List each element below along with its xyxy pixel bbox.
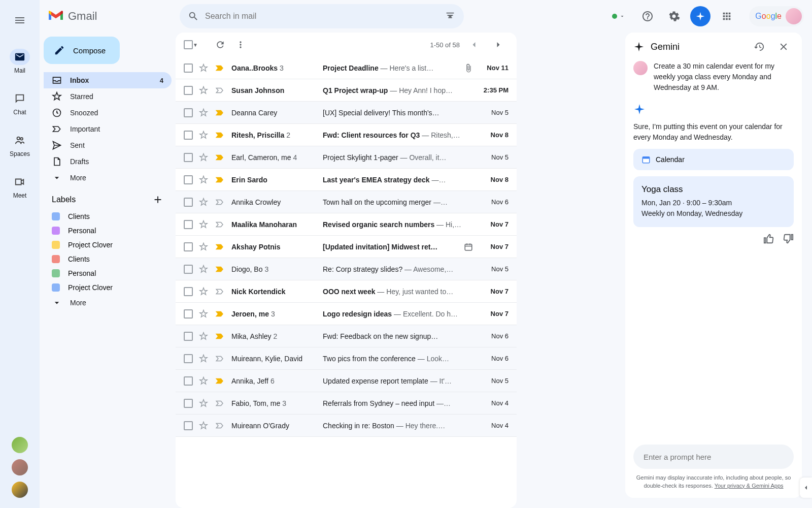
- star-button[interactable]: [199, 287, 209, 296]
- select-all-checkbox[interactable]: [184, 40, 193, 49]
- add-label-button[interactable]: [152, 194, 163, 205]
- gemini-history-button[interactable]: [749, 37, 769, 57]
- star-button[interactable]: [199, 108, 209, 117]
- row-checkbox[interactable]: [184, 64, 193, 73]
- settings-button[interactable]: [664, 6, 684, 26]
- row-checkbox[interactable]: [184, 220, 193, 229]
- email-row[interactable]: Earl, Cameron, me4 Project Skylight 1-pa…: [176, 146, 517, 169]
- email-row[interactable]: Muireann O'Grady Checking in re: Boston …: [176, 415, 517, 437]
- email-row[interactable]: Akshay Potnis [Updated invitation] Midwe…: [176, 236, 517, 258]
- important-marker[interactable]: [215, 376, 225, 386]
- thumbs-up-button[interactable]: [763, 233, 774, 244]
- nav-drafts[interactable]: Drafts: [44, 153, 172, 170]
- more-actions-button[interactable]: [230, 35, 251, 55]
- rail-mail[interactable]: Mail: [6, 43, 34, 80]
- labels-more[interactable]: More: [44, 295, 172, 311]
- email-row[interactable]: Diogo, Bo3 Re: Corp strategy slides? — A…: [176, 258, 517, 280]
- email-row[interactable]: Annika Crowley Town hall on the upcoming…: [176, 191, 517, 213]
- nav-starred[interactable]: Starred: [44, 88, 172, 105]
- row-checkbox[interactable]: [184, 108, 193, 117]
- calendar-chip[interactable]: Calendar: [633, 149, 794, 170]
- important-marker[interactable]: [215, 220, 225, 229]
- chat-avatar-2[interactable]: [12, 459, 28, 475]
- status-indicator[interactable]: [612, 13, 625, 19]
- row-checkbox[interactable]: [184, 287, 193, 296]
- important-marker[interactable]: [215, 309, 225, 319]
- row-checkbox[interactable]: [184, 265, 193, 274]
- important-marker[interactable]: [215, 242, 225, 251]
- help-button[interactable]: [637, 6, 658, 26]
- star-button[interactable]: [199, 64, 209, 73]
- important-marker[interactable]: [215, 86, 225, 95]
- important-marker[interactable]: [215, 421, 225, 430]
- chat-avatar-3[interactable]: [12, 482, 28, 498]
- search-options-icon[interactable]: [445, 11, 456, 22]
- email-row[interactable]: Annika, Jeff6 Updated expense report tem…: [176, 370, 517, 392]
- star-button[interactable]: [199, 332, 209, 341]
- row-checkbox[interactable]: [184, 309, 193, 319]
- row-checkbox[interactable]: [184, 421, 193, 430]
- email-row[interactable]: Nick Kortendick OOO next week — Hey, jus…: [176, 280, 517, 303]
- search-input[interactable]: [205, 12, 445, 21]
- row-checkbox[interactable]: [184, 198, 193, 207]
- star-button[interactable]: [199, 309, 209, 319]
- important-marker[interactable]: [215, 175, 225, 184]
- important-marker[interactable]: [215, 287, 225, 296]
- apps-button[interactable]: [717, 6, 737, 26]
- gemini-button[interactable]: [690, 6, 710, 26]
- row-checkbox[interactable]: [184, 376, 193, 386]
- email-row[interactable]: Susan Johnson Q1 Project wrap-up — Hey A…: [176, 79, 517, 102]
- nav-sent[interactable]: Sent: [44, 137, 172, 153]
- search-bar[interactable]: [180, 4, 464, 28]
- select-dropdown[interactable]: ▼: [193, 42, 198, 48]
- event-card[interactable]: Yoga class Mon, Jan 20 · 9:00 – 9:30am W…: [633, 176, 794, 227]
- row-checkbox[interactable]: [184, 242, 193, 251]
- row-checkbox[interactable]: [184, 354, 193, 363]
- label-item[interactable]: Personal: [44, 224, 172, 238]
- email-row[interactable]: Fabio, Tom, me3 Referrals from Sydney – …: [176, 392, 517, 415]
- star-button[interactable]: [199, 265, 209, 274]
- row-checkbox[interactable]: [184, 86, 193, 95]
- label-item[interactable]: Personal: [44, 266, 172, 280]
- row-checkbox[interactable]: [184, 131, 193, 140]
- side-panel-collapse[interactable]: [800, 478, 812, 498]
- nav-snoozed[interactable]: Snoozed: [44, 105, 172, 121]
- important-marker[interactable]: [215, 399, 225, 408]
- important-marker[interactable]: [215, 354, 225, 363]
- nav-inbox[interactable]: Inbox 4: [44, 72, 172, 88]
- label-item[interactable]: Project Clover: [44, 238, 172, 252]
- rail-meet[interactable]: Meet: [6, 168, 34, 205]
- row-checkbox[interactable]: [184, 175, 193, 184]
- label-item[interactable]: Clients: [44, 252, 172, 266]
- row-checkbox[interactable]: [184, 332, 193, 341]
- star-button[interactable]: [199, 153, 209, 162]
- star-button[interactable]: [199, 242, 209, 251]
- email-row[interactable]: Jeroen, me3 Logo redesign ideas — Excell…: [176, 303, 517, 325]
- logo-area[interactable]: Gmail: [48, 10, 180, 23]
- email-row[interactable]: Ritesh, Priscilla2 Fwd: Client resources…: [176, 124, 517, 146]
- page-prev[interactable]: [464, 35, 484, 55]
- nav-important[interactable]: Important: [44, 121, 172, 137]
- important-marker[interactable]: [215, 198, 225, 207]
- email-row[interactable]: Erin Sardo Last year's EMEA strategy dec…: [176, 169, 517, 191]
- star-button[interactable]: [199, 86, 209, 95]
- important-marker[interactable]: [215, 265, 225, 274]
- important-marker[interactable]: [215, 153, 225, 162]
- main-menu-button[interactable]: [8, 8, 32, 33]
- star-button[interactable]: [199, 354, 209, 363]
- page-next[interactable]: [488, 35, 509, 55]
- account-switcher[interactable]: Google: [749, 6, 804, 26]
- rail-spaces[interactable]: Spaces: [6, 126, 34, 164]
- email-row[interactable]: Deanna Carey [UX] Special delivery! This…: [176, 102, 517, 124]
- gemini-prompt-input[interactable]: [633, 444, 794, 469]
- thumbs-down-button[interactable]: [783, 233, 794, 244]
- email-row[interactable]: Oana..Brooks3 Project Deadline — Here's …: [176, 57, 517, 79]
- label-item[interactable]: Project Clover: [44, 280, 172, 295]
- star-button[interactable]: [199, 399, 209, 408]
- label-item[interactable]: Clients: [44, 209, 172, 224]
- important-marker[interactable]: [215, 64, 225, 73]
- star-button[interactable]: [199, 131, 209, 140]
- refresh-button[interactable]: [210, 35, 230, 55]
- rail-chat[interactable]: Chat: [6, 84, 34, 122]
- compose-button[interactable]: Compose: [44, 37, 120, 64]
